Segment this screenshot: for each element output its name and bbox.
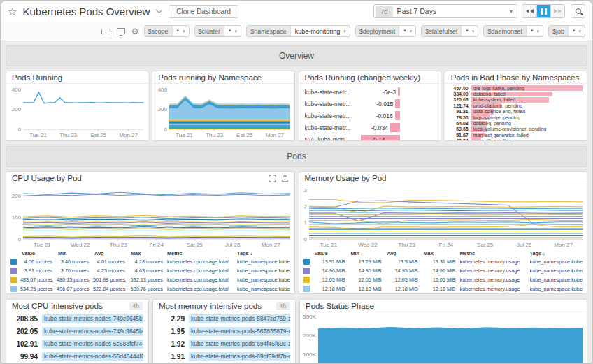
legend-header[interactable]: Max [129, 250, 167, 256]
legend-row[interactable]: 4.06 mcores 3.46 mcores 4.01 mcores 4.28… [10, 257, 290, 266]
filter-chip[interactable]: $deployment * ▾ [355, 25, 417, 37]
legend-header[interactable]: Avg [386, 250, 422, 256]
filter-chip-caret-icon: ▾ [472, 29, 478, 34]
time-range-caret-icon: ▾ [510, 8, 513, 15]
toplist-row[interactable]: 1.95 kube-state-metrics-pods-567855879-r… [153, 325, 295, 337]
bad-phase-row[interactable]: 63.65 local-volume-provisioner, pending [445, 126, 587, 132]
pause-icon [541, 8, 543, 15]
legend-row[interactable]: 483.67 µcores 480.15 µcores 501.98 µcore… [10, 275, 290, 284]
pods-by-namespace-chart[interactable]: 0200400Tue 21Thu 23Sat 25Mon 27 [152, 84, 294, 138]
memory-usage-chart[interactable]: 0123Tue 21Wed 22Thu 23Fri 24Sat 25Jul 26… [299, 184, 587, 248]
bad-phase-row[interactable]: 51.67 manifest-generator, failed [445, 132, 587, 138]
filter-chip[interactable]: $statefulset * ▾ [421, 25, 478, 37]
filter-chip[interactable]: $cluster * ▾ [194, 25, 242, 37]
pods-running-chart[interactable]: 0200400Tue 21Thu 23Sat 25Mon 27 [6, 84, 148, 138]
filter-chip[interactable]: $scope * ▾ [144, 25, 190, 37]
bad-phase-row[interactable]: 91.81 data-science-eng, failed [445, 109, 587, 115]
expand-icon[interactable] [269, 175, 276, 182]
legend-row[interactable]: 534.25 µcores 496.07 µcores 522.04 µcore… [10, 284, 290, 293]
toplist-pod-name[interactable]: kube-state-metrics-pods-567855879-rp4mt [189, 327, 290, 336]
legend-header-sort[interactable]: Tags ↓ [530, 250, 583, 256]
legend-metric: kubernetes.cpu.usage.total [167, 268, 237, 274]
changed-weekly-row[interactable]: kube-state-metr... -0.034 [299, 122, 441, 133]
toplist-pod-name[interactable]: kube-state-metrics-pods-694f45f69c-z8rpc [189, 340, 290, 349]
legend-tags: kube_namespace:kube-monitoring,pod_name:… [530, 286, 583, 292]
filter-chip[interactable]: $daemonset * ▾ [483, 25, 543, 37]
bad-phase-row[interactable]: 78.50 logs-storage, pending [445, 115, 587, 120]
legend-row[interactable]: 12.05 MiB 12.05 MiB 12.05 MiB 12.05 MiB … [303, 275, 583, 284]
pause-button[interactable] [536, 5, 550, 17]
bottom-panels-row: Most CPU-intensive pods 4h 208.85 kube-s… [6, 299, 587, 364]
title-chevron-down-icon[interactable] [156, 6, 163, 13]
legend-avg: 13.3 MiB [386, 259, 422, 265]
bad-phase-row[interactable]: 121.74 prod-platform, pending [445, 103, 587, 108]
memory-legend-table: Value Min Avg Max Metric Tags ↓ 13.31 Mi… [299, 248, 587, 293]
changed-weekly-row[interactable]: kube-state-metr... -0.016 [299, 110, 441, 122]
toplist-value: 202.05 [11, 328, 38, 335]
toplist-pod-name[interactable]: kube-state-metrics-nodes-5c688fcf74-b... [42, 340, 143, 349]
forward-button[interactable] [550, 5, 564, 17]
bad-phase-row[interactable]: 320.03 kube-system, failed [445, 97, 587, 103]
legend-value: 534.25 µcores [20, 286, 57, 292]
legend-header[interactable]: Metric [460, 250, 530, 256]
rewind-button[interactable] [522, 5, 536, 17]
toplist-row[interactable]: 99.94 kube-state-metrics-nodes-56d46444f… [6, 350, 148, 363]
changed-weekly-row[interactable]: N/A, kube-moni... -0.14 [299, 133, 441, 141]
dashboard-title[interactable]: Kubernetes Pods Overview [22, 6, 150, 17]
series-swatch [303, 286, 310, 292]
pods-status-phase-chart[interactable]: 100K200K300K [300, 312, 587, 364]
bad-phase-row[interactable]: 64.03 datadog, pending [445, 120, 587, 126]
legend-header[interactable]: Max [422, 250, 460, 256]
toplist-row[interactable]: 208.85 kube-state-metrics-nodes-749c9645… [6, 312, 148, 325]
legend-row[interactable]: 3.91 mcores 3.76 mcores 4.23 mcores 4.63… [10, 266, 290, 275]
svg-text:200: 200 [12, 106, 22, 112]
legend-header[interactable]: Min [57, 250, 93, 256]
bad-phase-row[interactable]: 457.00 dre-logs-kafka, pending [445, 85, 587, 91]
panel-title: Pods Status Phase [300, 300, 587, 312]
changed-weekly-row[interactable]: kube-state-metr... -0.015 [299, 98, 441, 110]
display-icon[interactable] [117, 28, 125, 34]
legend-row[interactable]: 14.96 MiB 14.95 MiB 14.95 MiB 14.96 MiB … [303, 266, 583, 275]
toplist-row[interactable]: 102.91 kube-state-metrics-nodes-5c688fcf… [6, 337, 148, 350]
legend-row[interactable]: 13.31 MiB 13.29 MiB 13.3 MiB 13.31 MiB k… [303, 257, 583, 266]
legend-header[interactable]: Value [313, 250, 350, 256]
toplist-row[interactable]: 1.92 kube-state-metrics-pods-694f45f69c-… [153, 337, 295, 350]
legend-header[interactable]: Min [350, 250, 386, 256]
panel-title: Memory Usage by Pod [299, 172, 587, 184]
zoom-button[interactable] [571, 4, 585, 18]
legend-row[interactable]: 12.18 MiB 12.18 MiB 12.18 MiB 12.18 MiB … [303, 284, 583, 293]
legend-metric: kubernetes.memory.usage [460, 277, 530, 283]
toplist-value: 99.94 [11, 353, 38, 361]
legend-metric: kubernetes.memory.usage [460, 268, 530, 274]
toplist-row[interactable]: 202.05 kube-state-metrics-nodes-749c9645… [6, 325, 148, 337]
settings-gear-icon[interactable]: ⚙ [131, 27, 139, 36]
filter-chip[interactable]: $job * ▾ [548, 25, 585, 37]
svg-text:Thu 23: Thu 23 [398, 242, 415, 248]
clone-dashboard-button[interactable]: Clone Dashboard [169, 5, 238, 18]
svg-text:100K: 100K [303, 351, 316, 358]
bar-plot: -0.034 [361, 122, 400, 133]
bar-plot: -6e-3 [361, 86, 400, 98]
toplist-row[interactable]: 1.91 kube-state-metrics-pods-69bf59df7b-… [153, 350, 295, 363]
favorite-star-icon[interactable]: ☆ [8, 6, 17, 17]
changed-weekly-row[interactable]: kube-state-metr... -6e-3 [299, 86, 441, 98]
bad-phase-row[interactable]: 334.00 datadog, failed [445, 91, 587, 96]
legend-header-sort[interactable]: Tags ↓ [237, 250, 290, 256]
svg-text:Mon 27: Mon 27 [554, 242, 573, 248]
toplist-pod-name[interactable]: kube-state-metrics-pods-5847cd759-zz68q [189, 314, 290, 323]
toplist-pod-name[interactable]: kube-state-metrics-nodes-749c9645b-gz... [42, 327, 143, 336]
tv-mode-icon[interactable] [101, 29, 110, 34]
legend-header[interactable]: Metric [167, 250, 237, 256]
filter-chip[interactable]: $namespace kube-monitoring ▾ [246, 25, 350, 37]
toplist-pod-name[interactable]: kube-state-metrics-pods-69bf59df7b-d6wt7 [189, 352, 290, 361]
toplist-pod-name[interactable]: kube-state-metrics-nodes-749c9645b-27... [42, 314, 143, 323]
toplist-row[interactable]: 2.29 kube-state-metrics-pods-5847cd759-z… [153, 312, 295, 325]
export-icon[interactable] [281, 175, 289, 182]
legend-header[interactable]: Avg [93, 250, 129, 256]
toplist-pod-name[interactable]: kube-state-metrics-nodes-56d46444f6-n... [42, 352, 143, 361]
time-range-select[interactable]: 7d Past 7 Days ▾ [373, 4, 517, 18]
cpu-usage-chart[interactable]: 0100200Tue 21Wed 22Thu 23Fri 24Sat 25Jul… [6, 184, 294, 248]
bad-phase-row[interactable]: 42.54 go-audit, pending [445, 138, 587, 140]
legend-header[interactable]: Value [20, 250, 57, 256]
legend-metric: kubernetes.memory.usage [460, 259, 530, 265]
